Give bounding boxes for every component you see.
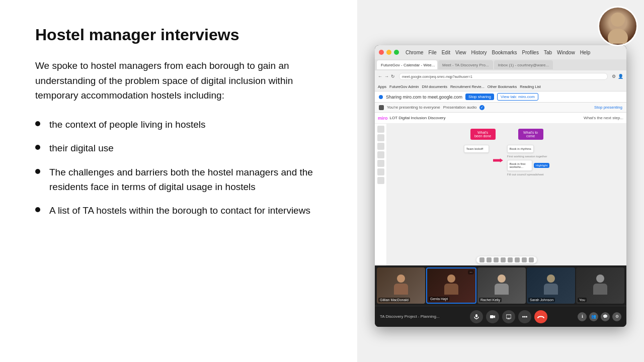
tab-bar: FutureGov - Calendar - Wee... Meet - TA … (375, 59, 626, 70)
participant-tile-gillian: Gillian MacDonald (377, 267, 425, 304)
bookmark-reading[interactable]: Reading List (520, 84, 541, 89)
bookmark-other[interactable]: Other Bookmarks (488, 84, 517, 89)
sticky-row-top: What'sbeen done What's tocome (392, 129, 621, 140)
miro-tool-pen[interactable] (377, 160, 384, 167)
audio-check-icon: ✓ (479, 105, 485, 110)
url-bar[interactable]: meet.google.com/peq-smrc-mqp?authuser=1 (399, 73, 608, 80)
miro-tool-connector[interactable] (377, 168, 384, 175)
present-button[interactable] (502, 310, 515, 323)
bookmark-apps[interactable]: Apps (378, 84, 386, 89)
miro-tool-select[interactable] (377, 126, 384, 133)
list-item: A list of TA hostels within the borough … (35, 203, 327, 218)
refresh-icon[interactable]: ↻ (391, 74, 395, 79)
chrome-menu-window[interactable]: Window (557, 50, 575, 55)
miro-toolbar: miro LOT Digital Inclusion Discovery Wha… (375, 113, 626, 124)
chat-icon[interactable]: 💬 (601, 312, 610, 321)
participant-name-gillian: Gillian MacDonald (378, 298, 410, 302)
card-team-kickoff: Team kickoff (464, 145, 489, 153)
view-tab-button[interactable]: View tab: miro.com (497, 93, 538, 101)
sharing-bar: Sharing miro.com to meet.google.com Stop… (375, 92, 626, 103)
arrow-icon (493, 158, 503, 162)
bullet-text-4: A list of TA hostels within the borough … (49, 203, 310, 218)
tab-meet[interactable]: Meet - TA Discovery Pro... (438, 60, 493, 69)
highlighted-card: Highlight (534, 163, 549, 168)
miro-timer[interactable] (522, 257, 527, 262)
extensions-icon[interactable]: ⚙ (612, 74, 616, 79)
svg-point-0 (611, 13, 625, 27)
right-panel: Chrome File Edit View History Bookmarks … (357, 0, 644, 362)
mic-button[interactable] (470, 310, 483, 323)
people-icon[interactable]: 👥 (589, 312, 598, 321)
participant-tile-rachel: Rachel Kelly (477, 267, 526, 304)
end-call-button[interactable] (534, 310, 547, 323)
meet-title: TA Discovery Project - Planning... (380, 314, 440, 319)
miro-canvas[interactable]: What'sbeen done What's tocome Team kicko… (387, 124, 626, 265)
miro-tool-shape[interactable] (377, 151, 384, 158)
meet-bottom-bar: TA Discovery Project - Planning... (375, 306, 626, 327)
miro-board-info[interactable] (529, 257, 534, 262)
participants-row: Gillian MacDonald ··· Genta Hajri (375, 265, 626, 306)
miro-grid[interactable] (501, 257, 506, 262)
svg-rect-3 (475, 314, 477, 317)
chrome-menu-view[interactable]: View (455, 50, 466, 55)
maximize-button-icon[interactable] (394, 50, 399, 55)
left-panel: Hostel manager interviews We spoke to ho… (0, 0, 357, 362)
audio-label: Presentation audio (443, 105, 477, 110)
bookmark-recruitment[interactable]: Recruitment Revie... (450, 84, 485, 89)
avatar (598, 6, 638, 46)
chrome-menu-help[interactable]: Help (580, 50, 591, 55)
chrome-menu-chrome[interactable]: Chrome (406, 50, 424, 55)
meet-window: Chrome File Edit View History Bookmarks … (375, 45, 626, 327)
miro-fit[interactable] (494, 257, 499, 262)
svg-rect-5 (490, 315, 494, 318)
list-item: the context of people living in hostels (35, 117, 327, 132)
bookmark-dm[interactable]: DM documents (422, 84, 447, 89)
info-icon[interactable]: ℹ (578, 312, 587, 321)
miro-logo: miro (378, 116, 388, 121)
chrome-menu-profiles[interactable]: Profiles (522, 50, 539, 55)
stop-presenting-button[interactable]: Stop presenting (594, 105, 622, 110)
card-book-rhythms: Book in rhythms (507, 145, 534, 153)
miro-tool-sticky[interactable] (377, 143, 384, 150)
participant-name-sarah: Sarah Johnson (528, 298, 555, 302)
participant-tile-sarah: Sarah Johnson (527, 267, 575, 304)
minimize-button-icon[interactable] (386, 50, 391, 55)
activities-icon[interactable]: ⚙ (612, 312, 621, 321)
forward-icon[interactable]: → (384, 74, 389, 79)
slide-title: Hostel manager interviews (35, 25, 327, 44)
chrome-menu-edit[interactable]: Edit (442, 50, 450, 55)
meet-right-icons: ℹ 👥 💬 ⚙ (578, 312, 621, 321)
tab-futuregov[interactable]: FutureGov - Calendar - Wee... (377, 60, 437, 69)
sharing-text: Sharing miro.com to meet.google.com (386, 95, 462, 100)
present-icon (379, 105, 384, 110)
chrome-menu-history[interactable]: History (471, 50, 487, 55)
chrome-menu-tab[interactable]: Tab (544, 50, 552, 55)
miro-zoom-out[interactable] (479, 257, 485, 262)
chrome-menu-file[interactable]: File (429, 50, 437, 55)
bullet-text-2: their digital use (49, 141, 114, 155)
bullet-dot (35, 145, 40, 150)
profile-icon[interactable]: 👤 (618, 74, 623, 79)
card-sub-2: Fill out council spreadsheet (507, 173, 544, 176)
miro-bottom-toolbar (476, 256, 537, 263)
bookmark-futuregov[interactable]: FutureGov Admin (389, 84, 419, 89)
participant-more-btn[interactable]: ··· (468, 270, 474, 275)
svg-marker-6 (494, 315, 495, 318)
miro-comment[interactable] (508, 257, 513, 262)
more-button[interactable] (518, 310, 531, 323)
miro-tool-frame[interactable] (377, 177, 384, 184)
bullet-text-3: The challenges and barriers both the hos… (49, 165, 327, 195)
stop-sharing-button[interactable]: Stop sharing (465, 94, 494, 100)
close-button-icon[interactable] (379, 50, 384, 55)
miro-zoom-in[interactable] (487, 257, 492, 262)
camera-button[interactable] (486, 310, 499, 323)
chrome-menu-bookmarks[interactable]: Bookmarks (492, 50, 517, 55)
card-sub-1: First working session together (507, 155, 547, 158)
miro-tool-text[interactable] (377, 134, 384, 141)
back-icon[interactable]: ← (378, 74, 382, 79)
tab-inbox[interactable]: Inbox (1) - courtney@ware... (494, 60, 553, 69)
miro-reactions[interactable] (515, 257, 520, 262)
miro-content: What'sbeen done What's tocome Team kicko… (375, 124, 626, 265)
list-item: The challenges and barriers both the hos… (35, 165, 327, 195)
participant-name-rachel: Rachel Kelly (479, 298, 502, 302)
